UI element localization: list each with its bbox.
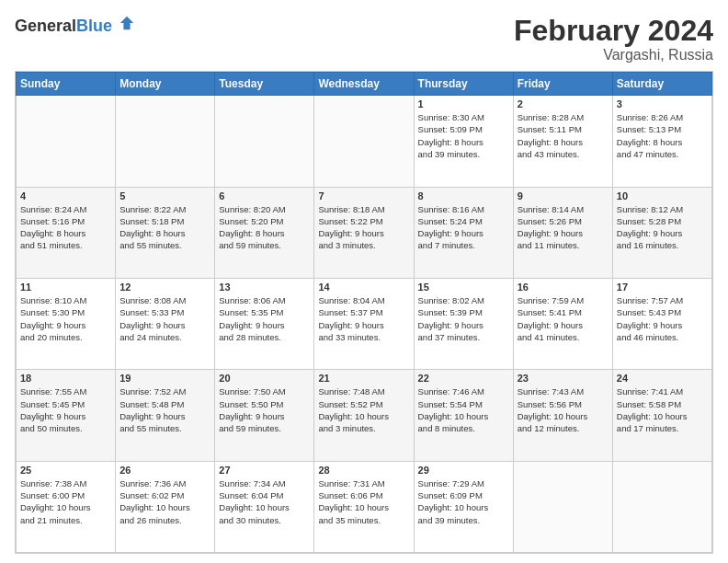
day-info: Sunrise: 8:12 AM Sunset: 5:28 PM Dayligh… xyxy=(617,203,708,252)
day-info: Sunrise: 7:36 AM Sunset: 6:02 PM Dayligh… xyxy=(119,477,210,526)
day-of-week-header: Friday xyxy=(513,73,612,96)
day-number: 19 xyxy=(119,373,210,384)
day-number: 26 xyxy=(119,465,210,476)
day-info: Sunrise: 8:24 AM Sunset: 5:16 PM Dayligh… xyxy=(20,203,111,252)
day-info: Sunrise: 7:29 AM Sunset: 6:09 PM Dayligh… xyxy=(418,477,509,526)
calendar-day-cell xyxy=(314,96,414,187)
calendar-day-cell: 25Sunrise: 7:38 AM Sunset: 6:00 PM Dayli… xyxy=(17,461,116,552)
day-info: Sunrise: 8:06 AM Sunset: 5:35 PM Dayligh… xyxy=(219,294,310,343)
day-info: Sunrise: 7:59 AM Sunset: 5:41 PM Dayligh… xyxy=(518,294,609,343)
day-info: Sunrise: 8:18 AM Sunset: 5:22 PM Dayligh… xyxy=(318,203,409,252)
day-number: 2 xyxy=(518,98,609,109)
day-number: 23 xyxy=(518,373,609,384)
calendar-day-cell xyxy=(215,96,314,187)
day-info: Sunrise: 8:08 AM Sunset: 5:33 PM Dayligh… xyxy=(119,294,210,343)
calendar-day-cell: 1Sunrise: 8:30 AM Sunset: 5:09 PM Daylig… xyxy=(414,96,513,187)
calendar-header-row: SundayMondayTuesdayWednesdayThursdayFrid… xyxy=(17,73,712,96)
day-info: Sunrise: 8:14 AM Sunset: 5:26 PM Dayligh… xyxy=(518,203,609,252)
calendar-title: February 2024 xyxy=(514,15,713,47)
svg-marker-0 xyxy=(119,17,132,29)
day-info: Sunrise: 7:34 AM Sunset: 6:04 PM Dayligh… xyxy=(219,477,310,526)
calendar-day-cell: 29Sunrise: 7:29 AM Sunset: 6:09 PM Dayli… xyxy=(414,461,513,552)
day-info: Sunrise: 8:30 AM Sunset: 5:09 PM Dayligh… xyxy=(418,111,509,160)
calendar-day-cell: 6Sunrise: 8:20 AM Sunset: 5:20 PM Daylig… xyxy=(215,187,314,278)
calendar-week-row: 25Sunrise: 7:38 AM Sunset: 6:00 PM Dayli… xyxy=(17,461,712,552)
day-number: 10 xyxy=(617,190,708,201)
day-of-week-header: Monday xyxy=(116,73,215,96)
calendar-day-cell: 21Sunrise: 7:48 AM Sunset: 5:52 PM Dayli… xyxy=(314,370,414,461)
day-number: 16 xyxy=(518,282,609,293)
day-number: 12 xyxy=(119,282,210,293)
calendar-day-cell: 28Sunrise: 7:31 AM Sunset: 6:06 PM Dayli… xyxy=(314,461,414,552)
day-info: Sunrise: 8:22 AM Sunset: 5:18 PM Dayligh… xyxy=(119,203,210,252)
logo-blue: Blue xyxy=(76,17,112,35)
day-of-week-header: Sunday xyxy=(17,73,116,96)
calendar-day-cell: 7Sunrise: 8:18 AM Sunset: 5:22 PM Daylig… xyxy=(314,187,414,278)
calendar-day-cell: 10Sunrise: 8:12 AM Sunset: 5:28 PM Dayli… xyxy=(612,187,711,278)
logo: GeneralBlue xyxy=(15,15,135,36)
page-header: GeneralBlue February 2024 Vargashi, Russ… xyxy=(15,15,713,63)
day-info: Sunrise: 8:04 AM Sunset: 5:37 PM Dayligh… xyxy=(318,294,409,343)
calendar-day-cell: 5Sunrise: 8:22 AM Sunset: 5:18 PM Daylig… xyxy=(116,187,215,278)
day-number: 25 xyxy=(20,465,111,476)
day-info: Sunrise: 7:57 AM Sunset: 5:43 PM Dayligh… xyxy=(617,294,708,343)
calendar-day-cell: 4Sunrise: 8:24 AM Sunset: 5:16 PM Daylig… xyxy=(17,187,116,278)
day-number: 7 xyxy=(318,190,409,201)
day-info: Sunrise: 7:41 AM Sunset: 5:58 PM Dayligh… xyxy=(617,385,708,434)
day-number: 17 xyxy=(617,282,708,293)
day-number: 8 xyxy=(418,190,509,201)
day-of-week-header: Saturday xyxy=(612,73,711,96)
calendar-day-cell: 17Sunrise: 7:57 AM Sunset: 5:43 PM Dayli… xyxy=(612,278,711,369)
day-number: 5 xyxy=(119,190,210,201)
calendar-day-cell: 13Sunrise: 8:06 AM Sunset: 5:35 PM Dayli… xyxy=(215,278,314,369)
day-info: Sunrise: 7:55 AM Sunset: 5:45 PM Dayligh… xyxy=(20,385,111,434)
day-info: Sunrise: 7:43 AM Sunset: 5:56 PM Dayligh… xyxy=(518,385,609,434)
day-of-week-header: Thursday xyxy=(414,73,513,96)
calendar-day-cell xyxy=(116,96,215,187)
day-info: Sunrise: 8:16 AM Sunset: 5:24 PM Dayligh… xyxy=(418,203,509,252)
day-number: 3 xyxy=(617,98,708,109)
day-number: 4 xyxy=(20,190,111,201)
day-info: Sunrise: 7:38 AM Sunset: 6:00 PM Dayligh… xyxy=(20,477,111,526)
calendar-day-cell: 23Sunrise: 7:43 AM Sunset: 5:56 PM Dayli… xyxy=(513,370,612,461)
day-of-week-header: Tuesday xyxy=(215,73,314,96)
day-info: Sunrise: 8:10 AM Sunset: 5:30 PM Dayligh… xyxy=(20,294,111,343)
day-number: 29 xyxy=(418,465,509,476)
day-number: 6 xyxy=(219,190,310,201)
day-info: Sunrise: 8:26 AM Sunset: 5:13 PM Dayligh… xyxy=(617,111,708,160)
calendar: SundayMondayTuesdayWednesdayThursdayFrid… xyxy=(15,71,713,554)
calendar-day-cell xyxy=(513,461,612,552)
calendar-day-cell: 27Sunrise: 7:34 AM Sunset: 6:04 PM Dayli… xyxy=(215,461,314,552)
calendar-day-cell: 26Sunrise: 7:36 AM Sunset: 6:02 PM Dayli… xyxy=(116,461,215,552)
logo-general: General xyxy=(15,17,76,35)
day-number: 21 xyxy=(318,373,409,384)
calendar-week-row: 11Sunrise: 8:10 AM Sunset: 5:30 PM Dayli… xyxy=(17,278,712,369)
day-number: 9 xyxy=(518,190,609,201)
calendar-day-cell: 19Sunrise: 7:52 AM Sunset: 5:48 PM Dayli… xyxy=(116,370,215,461)
day-number: 20 xyxy=(219,373,310,384)
calendar-day-cell: 22Sunrise: 7:46 AM Sunset: 5:54 PM Dayli… xyxy=(414,370,513,461)
day-number: 18 xyxy=(20,373,111,384)
day-of-week-header: Wednesday xyxy=(314,73,414,96)
calendar-week-row: 18Sunrise: 7:55 AM Sunset: 5:45 PM Dayli… xyxy=(17,370,712,461)
calendar-day-cell xyxy=(612,461,711,552)
day-info: Sunrise: 7:48 AM Sunset: 5:52 PM Dayligh… xyxy=(318,385,409,434)
day-number: 11 xyxy=(20,282,111,293)
calendar-day-cell: 14Sunrise: 8:04 AM Sunset: 5:37 PM Dayli… xyxy=(314,278,414,369)
calendar-day-cell: 20Sunrise: 7:50 AM Sunset: 5:50 PM Dayli… xyxy=(215,370,314,461)
day-number: 28 xyxy=(318,465,409,476)
day-info: Sunrise: 7:50 AM Sunset: 5:50 PM Dayligh… xyxy=(219,385,310,434)
day-info: Sunrise: 7:46 AM Sunset: 5:54 PM Dayligh… xyxy=(418,385,509,434)
day-info: Sunrise: 7:31 AM Sunset: 6:06 PM Dayligh… xyxy=(318,477,409,526)
calendar-day-cell xyxy=(17,96,116,187)
calendar-day-cell: 12Sunrise: 8:08 AM Sunset: 5:33 PM Dayli… xyxy=(116,278,215,369)
calendar-day-cell: 18Sunrise: 7:55 AM Sunset: 5:45 PM Dayli… xyxy=(17,370,116,461)
day-number: 22 xyxy=(418,373,509,384)
title-area: February 2024 Vargashi, Russia xyxy=(514,15,713,63)
calendar-day-cell: 15Sunrise: 8:02 AM Sunset: 5:39 PM Dayli… xyxy=(414,278,513,369)
day-number: 14 xyxy=(318,282,409,293)
day-number: 13 xyxy=(219,282,310,293)
day-info: Sunrise: 8:28 AM Sunset: 5:11 PM Dayligh… xyxy=(518,111,609,160)
calendar-day-cell: 9Sunrise: 8:14 AM Sunset: 5:26 PM Daylig… xyxy=(513,187,612,278)
calendar-week-row: 1Sunrise: 8:30 AM Sunset: 5:09 PM Daylig… xyxy=(17,96,712,187)
